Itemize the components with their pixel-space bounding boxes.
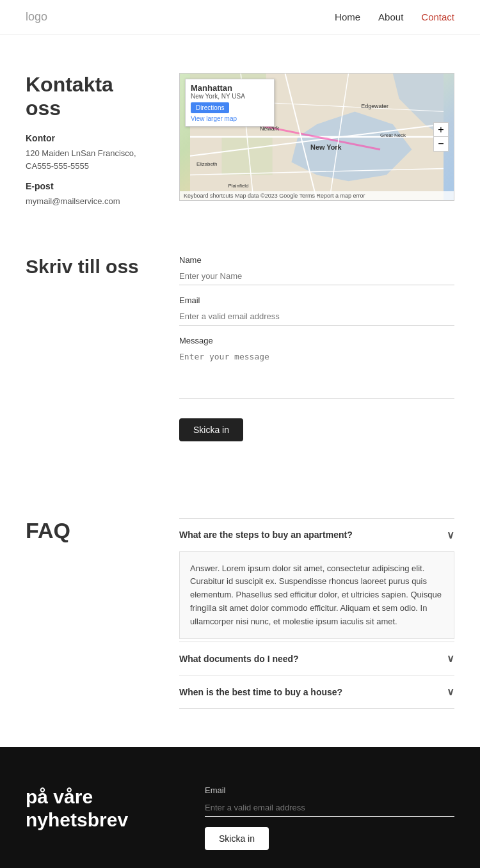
- nav-home[interactable]: Home: [335, 12, 360, 22]
- form-area: Name Email Message Skicka in: [179, 255, 454, 441]
- faq-title: FAQ: [26, 518, 154, 543]
- navbar: logo Home About Contact: [0, 0, 480, 35]
- svg-rect-4: [222, 137, 273, 175]
- newsletter-email-label: Email: [205, 785, 454, 795]
- svg-text:Plainfield: Plainfield: [228, 183, 248, 189]
- logo: logo: [26, 10, 47, 24]
- chevron-down-icon-3: ∨: [447, 686, 454, 698]
- faq-section: FAQ What are the steps to buy an apartme…: [0, 480, 480, 748]
- form-submit-button[interactable]: Skicka in: [179, 418, 243, 441]
- message-form-group: Message: [179, 336, 454, 402]
- newsletter-form: Email Skicka in: [205, 785, 454, 850]
- faq-question-3-text: When is the best time to buy a house?: [179, 687, 342, 697]
- map-zoom-out-button[interactable]: −: [434, 137, 448, 151]
- faq-question-1-text: What are the steps to buy an apartment?: [179, 530, 353, 540]
- nav-contact[interactable]: Contact: [421, 12, 454, 22]
- email-label: Email: [179, 296, 454, 305]
- map-zoom-controls: + −: [433, 122, 449, 152]
- newsletter-text: på våre nyhetsbrev: [26, 785, 179, 832]
- nav-links: Home About Contact: [335, 12, 454, 22]
- newsletter-title: på våre nyhetsbrev: [26, 785, 179, 832]
- chevron-down-icon-1: ∨: [447, 529, 454, 541]
- faq-items: What are the steps to buy an apartment? …: [179, 518, 454, 709]
- faq-item-2: What documents do I need? ∨: [179, 642, 454, 675]
- newsletter-email-input[interactable]: [205, 799, 454, 817]
- map-zoom-in-button[interactable]: +: [434, 123, 448, 137]
- faq-question-2-text: What documents do I need?: [179, 654, 299, 664]
- map-placeholder: Bloomfield Newark New York Edgewater Eli…: [180, 74, 454, 200]
- contact-section: Kontakta oss Kontor 120 Maiden LnSan Fra…: [0, 35, 480, 242]
- newsletter-submit-button[interactable]: Skicka in: [205, 827, 269, 850]
- email-label: E-post: [26, 181, 154, 191]
- map-footer: Keyboard shortcuts Map data ©2023 Google…: [180, 191, 454, 200]
- form-section-title: Skriv till oss: [26, 255, 154, 278]
- email-form-group: Email: [179, 296, 454, 326]
- map-place-name: Manhattan: [191, 83, 269, 93]
- svg-text:New York: New York: [310, 143, 342, 151]
- map-footer-text: Keyboard shortcuts Map data ©2023 Google…: [184, 193, 365, 199]
- map-view-larger-link[interactable]: View larger map: [191, 115, 269, 122]
- office-label: Kontor: [26, 133, 154, 143]
- name-input[interactable]: [179, 267, 454, 285]
- faq-item-3: When is the best time to buy a house? ∨: [179, 675, 454, 709]
- form-section: Skriv till oss Name Email Message Skicka…: [0, 242, 480, 480]
- faq-item-1: What are the steps to buy an apartment? …: [179, 518, 454, 640]
- svg-text:Elizabeth: Elizabeth: [196, 161, 218, 167]
- map-directions-button[interactable]: Directions: [191, 102, 229, 113]
- faq-title-area: FAQ: [26, 518, 154, 709]
- contact-title: Kontakta oss: [26, 73, 154, 120]
- contact-email: mymail@mailservice.com: [26, 195, 154, 208]
- map-container: Bloomfield Newark New York Edgewater Eli…: [179, 73, 454, 201]
- faq-question-3[interactable]: When is the best time to buy a house? ∨: [179, 675, 454, 708]
- map-place-sub: New York, NY USA: [191, 93, 269, 100]
- faq-question-2[interactable]: What documents do I need? ∨: [179, 642, 454, 675]
- svg-text:Edgewater: Edgewater: [361, 103, 388, 109]
- faq-question-1[interactable]: What are the steps to buy an apartment? …: [179, 519, 454, 551]
- newsletter-section: på våre nyhetsbrev Email Skicka in: [0, 747, 480, 868]
- nav-about[interactable]: About: [378, 12, 403, 22]
- map-info-box: Manhattan New York, NY USA Directions Vi…: [185, 79, 275, 127]
- name-label: Name: [179, 255, 454, 265]
- message-label: Message: [179, 336, 454, 345]
- email-input[interactable]: [179, 308, 454, 326]
- contact-info: Kontakta oss Kontor 120 Maiden LnSan Fra…: [26, 73, 154, 217]
- faq-answer-1: Answer. Lorem ipsum dolor sit amet, cons…: [179, 551, 454, 640]
- contact-address: 120 Maiden LnSan Francisco, CA555-555-55…: [26, 147, 154, 172]
- name-form-group: Name: [179, 255, 454, 285]
- chevron-down-icon-2: ∨: [447, 652, 454, 665]
- form-title-area: Skriv till oss: [26, 255, 154, 441]
- svg-text:Great Neck: Great Neck: [380, 132, 406, 138]
- message-input[interactable]: [179, 348, 454, 399]
